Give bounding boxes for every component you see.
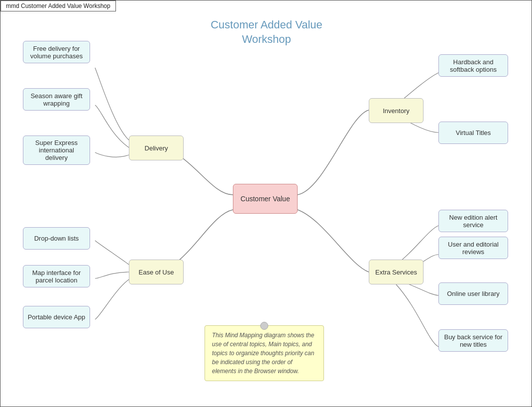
leaf-online-library[interactable]: Online user library (438, 282, 508, 305)
title-bar: mmd Customer Added Value Workshop (0, 0, 116, 11)
note-box: This Mind Mapping diagram shows the use … (205, 325, 324, 381)
leaf-season-gift[interactable]: Season aware gift wrapping (23, 88, 90, 111)
leaf-dropdown[interactable]: Drop-down lists (23, 227, 90, 250)
leaf-new-edition[interactable]: New edition alert service (438, 210, 508, 232)
main-node-extra-services[interactable]: Extra Services (369, 260, 424, 284)
diagram-area: Customer Added Value Workshop Customer V… (0, 0, 532, 407)
main-node-delivery[interactable]: Delivery (129, 136, 184, 160)
note-handle (260, 322, 268, 330)
leaf-user-reviews[interactable]: User and editorial reviews (438, 237, 508, 259)
center-node[interactable]: Customer Value (233, 184, 298, 214)
leaf-portable-app[interactable]: Portable device App (23, 306, 90, 328)
leaf-super-express[interactable]: Super Express international delivery (23, 136, 90, 165)
window-title: mmd Customer Added Value Workshop (6, 2, 110, 9)
window: mmd Customer Added Value Workshop (0, 0, 532, 407)
leaf-buyback[interactable]: Buy back service for new titles (438, 329, 508, 352)
leaf-virtual-titles[interactable]: Virtual Titles (438, 122, 508, 144)
leaf-hardback[interactable]: Hardback and softback options (438, 54, 508, 77)
page-title: Customer Added Value Workshop (211, 18, 322, 46)
main-node-ease-of-use[interactable]: Ease of Use (129, 260, 184, 284)
leaf-map-interface[interactable]: Map interface for parcel location (23, 265, 90, 287)
leaf-free-delivery[interactable]: Free delivery for volume purchases (23, 41, 90, 63)
main-node-inventory[interactable]: Inventory (369, 98, 424, 123)
